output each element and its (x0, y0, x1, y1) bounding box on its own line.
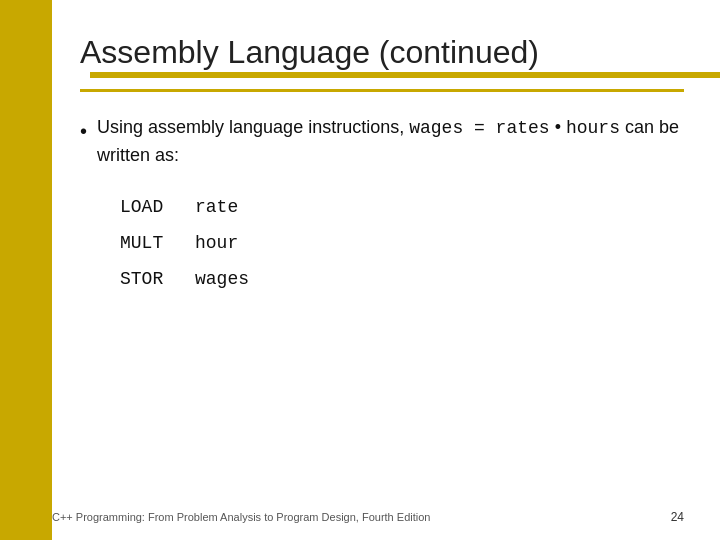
code-hours: hours (566, 118, 620, 138)
bullet-dot: • (80, 116, 87, 146)
bullet-separator: • (555, 117, 561, 137)
code-row-mult: MULT hour (120, 225, 684, 261)
code-operand-rate: rate (195, 189, 238, 225)
sidebar-strip (0, 0, 52, 540)
bullet-section: • Using assembly language instructions, … (80, 114, 684, 169)
code-operand-hour: hour (195, 225, 238, 261)
footer: C++ Programming: From Problem Analysis t… (52, 510, 684, 524)
bullet-text: Using assembly language instructions, wa… (97, 114, 684, 169)
code-keyword-load: LOAD (120, 189, 175, 225)
code-keyword-stor: STOR (120, 261, 175, 297)
slide-title: Assembly Language (continued) (80, 34, 684, 71)
code-block: LOAD rate MULT hour STOR wages (120, 189, 684, 297)
content-area: Assembly Language (continued) • Using as… (52, 0, 720, 540)
code-keyword-mult: MULT (120, 225, 175, 261)
slide: Assembly Language (continued) • Using as… (0, 0, 720, 540)
code-wages-rates: wages = rates (409, 118, 549, 138)
footer-text: C++ Programming: From Problem Analysis t… (52, 511, 430, 523)
bullet-item-1: • Using assembly language instructions, … (80, 114, 684, 169)
code-row-load: LOAD rate (120, 189, 684, 225)
footer-page: 24 (671, 510, 684, 524)
code-row-stor: STOR wages (120, 261, 684, 297)
code-operand-wages: wages (195, 261, 249, 297)
divider (80, 89, 684, 92)
